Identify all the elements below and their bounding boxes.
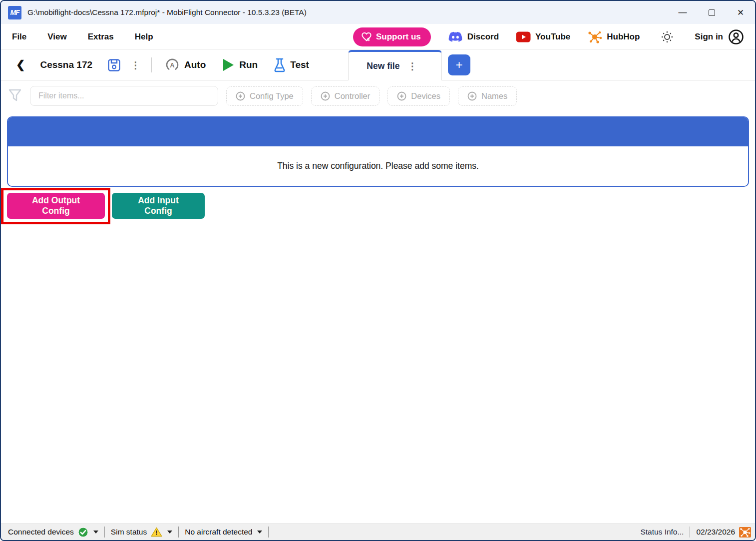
connected-devices-status[interactable]: Connected devices [8,527,98,538]
auto-label: Auto [184,59,206,70]
hubhop-link[interactable]: HubHop [587,30,640,43]
menu-file[interactable]: File [12,32,26,42]
hubhop-status-icon [739,527,751,538]
close-button[interactable]: ✕ [726,1,755,24]
status-info-link[interactable]: Status Info... [640,528,684,537]
auto-icon: A [165,57,180,72]
discord-link[interactable]: Discord [448,31,499,43]
circle-plus-icon [467,91,477,101]
window-controls: — ✕ [668,1,755,24]
run-label: Run [239,59,258,70]
filter-input[interactable] [30,86,218,106]
test-flask-icon [274,57,286,72]
filter-funnel-icon [8,88,22,103]
hubhop-icon [587,30,602,43]
run-button[interactable]: Run [222,58,258,72]
user-avatar-icon [728,29,744,45]
menu-right-group: $ Support us Discord YouTube H [353,27,744,46]
config-table-panel: This is a new configuration. Please add … [7,116,749,187]
aircraft-status[interactable]: No aircraft detected [185,528,262,537]
config-table-empty-state: This is a new configuration. Please add … [8,146,748,186]
aircraft-status-label: No aircraft detected [185,528,252,537]
test-button[interactable]: Test [274,57,309,72]
heart-dollar-icon: $ [361,32,372,42]
test-label: Test [290,59,309,70]
support-us-label: Support us [376,32,421,42]
maximize-icon [709,9,715,16]
project-kebab-menu[interactable]: ⋮ [125,59,146,71]
filter-devices-label: Devices [411,91,440,101]
statusbar-right: Status Info... 02/23/2026 [640,527,751,538]
filter-devices-button[interactable]: Devices [387,86,450,106]
add-tab-button[interactable]: + [448,54,470,75]
discord-icon [448,31,463,43]
mobiflight-logo-icon: MF [8,6,21,19]
status-bar: Connected devices Sim status ! No aircra… [1,524,755,540]
statusbar-divider [178,527,179,538]
tab-new-file-label: New file [367,61,399,71]
discord-label: Discord [467,32,499,42]
svg-text:$: $ [367,36,370,41]
status-date: 02/23/2026 [696,528,735,537]
theme-toggle-button[interactable] [657,28,678,45]
sim-status-label: Sim status [111,528,147,537]
sign-in-button[interactable]: Sign in [695,29,744,45]
filter-names-label: Names [481,91,507,101]
hubhop-label: HubHop [607,32,640,42]
auto-button[interactable]: A Auto [165,57,206,72]
config-table-header [8,117,748,146]
run-play-icon [222,58,235,72]
warning-triangle-icon: ! [151,527,162,537]
menu-view[interactable]: View [47,32,66,42]
svg-text:A: A [170,61,175,69]
menu-help[interactable]: Help [135,32,153,42]
filter-row: Config Type Controller Devices Names [1,80,755,111]
back-chevron-button[interactable]: ❮ [11,58,30,71]
filter-controller-button[interactable]: Controller [311,86,380,106]
maximize-button[interactable] [697,1,726,24]
toolbar: ❮ Cessna 172 ⋮ A Auto Run Test New file [1,50,755,80]
statusbar-divider [104,527,105,538]
sun-icon [661,30,674,43]
statusbar-divider [268,527,269,538]
youtube-link[interactable]: YouTube [516,31,570,42]
sim-status[interactable]: Sim status ! [111,527,172,537]
support-us-button[interactable]: $ Support us [353,27,431,46]
menu-bar: File View Extras Help $ Support us Disco… [1,24,755,50]
save-button[interactable] [103,56,125,74]
project-name: Cessna 172 [40,59,92,70]
tab-new-file[interactable]: New file ⋮ [348,50,442,80]
circle-plus-icon [321,91,330,101]
svg-text:!: ! [156,530,158,537]
chevron-down-icon [167,531,172,534]
filter-names-button[interactable]: Names [458,86,517,106]
chevron-down-icon [257,531,262,534]
window-title: G:\mobiflight-docs\Cessna 172.mfproj* - … [27,8,307,17]
toolbar-divider [151,57,152,72]
youtube-icon [516,31,531,42]
add-config-buttons: Add Output Config Add Input Config [7,193,749,219]
minimize-button[interactable]: — [668,1,697,24]
filter-config-type-button[interactable]: Config Type [226,86,303,106]
add-output-config-button[interactable]: Add Output Config [7,193,105,219]
connected-devices-label: Connected devices [8,528,74,537]
filter-config-type-label: Config Type [250,91,294,101]
add-input-config-button[interactable]: Add Input Config [112,193,205,219]
title-bar: MF G:\mobiflight-docs\Cessna 172.mfproj*… [1,1,755,24]
empty-config-message: This is a new configuration. Please add … [277,161,479,171]
check-circle-icon [78,527,88,538]
main-content: This is a new configuration. Please add … [1,111,755,524]
statusbar-divider [690,527,690,538]
menu-extras[interactable]: Extras [88,32,114,42]
sign-in-label: Sign in [695,32,723,42]
youtube-label: YouTube [535,32,570,42]
circle-plus-icon [397,91,406,101]
circle-plus-icon [236,91,245,101]
tab-kebab-menu[interactable]: ⋮ [401,60,423,72]
app-window: MF G:\mobiflight-docs\Cessna 172.mfproj*… [0,0,756,541]
filter-controller-label: Controller [335,91,371,101]
chevron-down-icon [93,531,98,534]
